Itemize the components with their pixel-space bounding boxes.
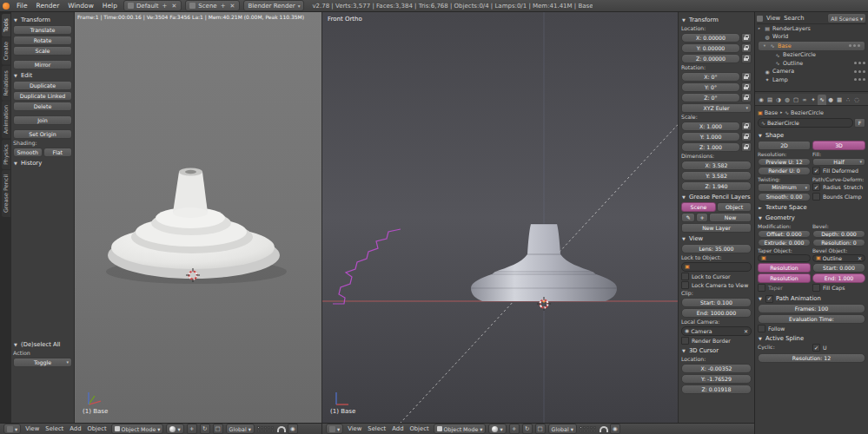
object-tab[interactable]: ▢ [792,95,800,105]
bevel-factor-start-field[interactable]: Start: 0.000 [812,263,865,273]
viewport-front-ortho[interactable]: Front Ortho (1) Base [321,12,678,423]
lock-icon[interactable] [741,82,752,92]
outliner-row-outline[interactable]: ∿ Outline [757,59,866,68]
lock-to-cursor-checkbox[interactable]: Lock to Cursor [681,273,752,280]
menu-render[interactable]: Render [33,2,63,10]
menu-file[interactable]: File [13,2,31,10]
add-layout-icon[interactable]: + [162,3,169,10]
view-menu[interactable]: View [23,425,41,432]
clip-start-field[interactable]: Start: 0.100 [681,298,752,307]
bevel-object-field[interactable]: ▣Outline✕ [812,254,865,262]
location-y-field[interactable]: Y: 0.00000 [681,43,740,53]
bevel-factor-end-mode-select[interactable]: Resolution [758,273,811,283]
bevel-factor-start-mode-select[interactable]: Resolution [758,263,811,273]
radius-checkbox[interactable]: ✓RadiusStretch [812,183,865,191]
view-menu[interactable]: View [346,425,363,432]
shade-flat-button[interactable]: Flat [43,148,73,157]
manipulator-translate-button[interactable]: + [187,424,197,434]
blender-logo-icon[interactable] [3,3,10,10]
menu-help[interactable]: Help [99,2,121,10]
twist-smooth-field[interactable]: Smooth: 0.00 [758,193,811,201]
outliner-row-beziercircle[interactable]: ∿ BezierCircle [757,51,866,60]
editor-type-button[interactable]: ▾ [326,424,343,434]
constraints-tab[interactable]: ∞ [800,95,809,105]
path-animation-checkbox[interactable]: ✓ [765,295,773,303]
disclosure-icon[interactable]: ▸ [757,26,762,30]
render-layers-tab[interactable]: ▤ [765,95,774,105]
object-menu[interactable]: Object [407,425,430,432]
lens-field[interactable]: Lens: 35.000 [681,244,752,253]
screen-layout-select[interactable]: Default + ✕ [123,0,182,11]
scale-x-field[interactable]: X: 1.000 [681,122,740,131]
lock-icon[interactable] [741,142,752,152]
viewport-shading-select[interactable]: ▾ [166,424,183,434]
join-button[interactable]: Join [13,115,72,125]
outliner-row-lamp[interactable]: ✦ Lamp [757,76,866,84]
tab-physics[interactable]: Physics [2,140,10,169]
shape-3d-button[interactable]: 3D [812,141,865,150]
view-panel-header[interactable]: ▼ View [681,234,752,243]
add-menu[interactable]: Add [390,425,405,432]
tab-animation[interactable]: Animation [2,101,10,138]
outliner-search-menu[interactable]: Search [784,15,804,22]
set-origin-button[interactable]: Set Origin [13,129,72,139]
render-engine-select[interactable]: Blender Render ▾ [243,0,304,11]
preview-u-field[interactable]: Preview U: 12 [758,158,811,167]
row-restriction-icons[interactable] [849,44,861,47]
object-data-tab[interactable]: ∿ [818,95,826,105]
tab-relations[interactable]: Relations [2,66,10,101]
cursor-panel-header[interactable]: ▼ 3D Cursor [681,346,752,355]
offset-field[interactable]: Offset: 0.000 [758,230,811,238]
texture-tab[interactable]: ▦ [835,95,844,105]
close-layout-icon[interactable]: ✕ [170,3,177,10]
lock-icon[interactable] [741,122,752,131]
menu-window[interactable]: Window [64,2,97,10]
snap-magnet-icon[interactable] [599,424,607,433]
dimensions-z-field[interactable]: Z: 1.940 [681,181,752,191]
layers-toggle[interactable] [257,426,274,432]
cursor-z-field[interactable]: Z: 0.01918 [681,385,752,394]
render-u-field[interactable]: Render U: 0 [758,167,811,175]
editor-type-button[interactable]: ▾ [3,424,21,434]
outliner-row-camera[interactable]: ◉ Camera [757,68,866,76]
close-scene-icon[interactable]: ✕ [229,3,236,10]
cursor-x-field[interactable]: X: -0.00352 [681,364,752,373]
breadcrumb-object[interactable]: Base [765,109,779,116]
scale-z-field[interactable]: Z: 1.000 [681,142,740,152]
fake-user-button[interactable]: F [854,118,865,128]
rotation-mode-select[interactable]: XYZ Euler▾ [681,103,752,113]
viewport-perspective[interactable]: Frame:1 | Time:00:00.16 | Ve:3504 Fa:345… [75,12,321,423]
location-x-field[interactable]: X: 0.00000 [681,33,740,43]
outliner-view-menu[interactable]: View [766,15,780,22]
world-tab[interactable]: ◍ [783,95,792,105]
select-menu[interactable]: Select [43,425,65,432]
redo-panel-header[interactable]: ▼ (De)select All [13,340,72,349]
dimensions-x-field[interactable]: X: 3.582 [681,161,752,170]
row-restriction-icons[interactable] [854,78,866,81]
delete-button[interactable]: Delete [13,102,72,111]
snap-magnet-icon[interactable] [276,424,285,433]
add-scene-icon[interactable]: + [220,3,227,10]
object-menu[interactable]: Object [85,425,108,432]
disclosure-icon[interactable]: ▾ [762,43,767,48]
scale-y-field[interactable]: Y: 1.000 [681,132,740,141]
action-toggle-select[interactable]: Toggle ▾ [13,358,72,367]
physics-tab[interactable]: ◌ [852,95,861,105]
render-border-checkbox[interactable]: Render Border [681,337,752,345]
outliner-row-renderlayers[interactable]: ▸ ▤ RenderLayers [757,24,866,33]
translate-button[interactable]: Translate [13,25,72,35]
rotate-button[interactable]: Rotate [13,36,72,45]
mode-select[interactable]: Object Mode▾ [111,424,164,434]
manipulator-translate-button[interactable]: + [509,424,520,434]
mirror-button[interactable]: Mirror [13,60,72,69]
dimensions-y-field[interactable]: Y: 3.582 [681,171,752,181]
render-tab[interactable]: ◉ [757,95,765,105]
grease-pencil-panel-header[interactable]: ▼ Grease Pencil Layers [681,193,752,201]
npanel-transform-header[interactable]: ▼ Transform [681,16,752,24]
transform-panel-header[interactable]: ▼ Transform [13,16,72,24]
frames-field[interactable]: Frames: 100 [758,304,865,313]
modifiers-tab[interactable]: ✦ [809,95,818,105]
active-spline-panel-header[interactable]: ▼ Active Spline [758,334,865,343]
rotation-z-field[interactable]: Z: 0° [681,93,740,102]
lock-icon[interactable] [741,93,752,102]
